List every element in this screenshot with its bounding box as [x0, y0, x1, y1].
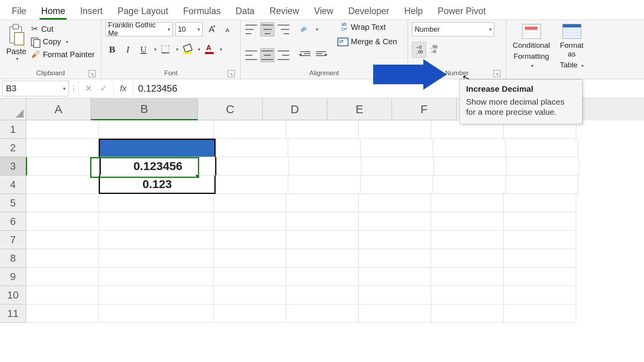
increase-font-size-button[interactable]: ▴ — [205, 23, 218, 36]
cell-F4[interactable] — [433, 176, 506, 194]
cell-E2[interactable] — [361, 139, 433, 157]
tab-data[interactable]: Data — [234, 4, 256, 20]
cell-C10[interactable] — [214, 286, 286, 304]
cell-E1[interactable] — [359, 120, 431, 139]
chevron-down-icon[interactable]: ▾ — [198, 47, 200, 52]
cell-A7[interactable] — [26, 231, 99, 249]
merge-center-button[interactable]: Merge & Cen — [337, 37, 397, 46]
cell-B11[interactable] — [99, 304, 214, 323]
cell-B4[interactable]: 0.123 — [99, 176, 216, 194]
cell-D1[interactable] — [286, 120, 359, 139]
cell-G2[interactable] — [506, 139, 578, 157]
format-as-table-button[interactable]: Format as Table ▾ — [555, 22, 589, 71]
cell-B5[interactable] — [99, 194, 214, 212]
cell-F3[interactable] — [434, 157, 506, 176]
cell-D4[interactable] — [288, 176, 361, 194]
font-name-combo[interactable]: Franklin Gothic Me ▾ — [105, 22, 173, 36]
cell-B2[interactable] — [99, 139, 216, 157]
cell-C6[interactable] — [214, 212, 286, 231]
tab-file[interactable]: File — [10, 4, 28, 20]
conditional-formatting-button[interactable]: Conditional Formatting ▾ — [510, 22, 552, 71]
cell-B9[interactable] — [99, 268, 214, 286]
row-header-2[interactable]: 2 — [0, 139, 26, 157]
borders-button[interactable] — [159, 43, 172, 56]
font-color-button[interactable] — [203, 43, 216, 56]
row-header-9[interactable]: 9 — [0, 268, 26, 286]
chevron-down-icon[interactable]: ▾ — [154, 47, 156, 52]
number-format-combo[interactable]: Number ▾ — [412, 22, 494, 36]
chevron-down-icon[interactable]: ▾ — [531, 63, 533, 69]
tab-page-layout[interactable]: Page Layout — [116, 4, 170, 20]
cell-F6[interactable] — [431, 212, 504, 231]
column-header-D[interactable]: D — [263, 98, 327, 120]
dialog-launcher-icon[interactable]: ↘ — [228, 70, 235, 77]
italic-button[interactable]: I — [121, 43, 134, 56]
column-header-B[interactable]: B — [91, 98, 198, 120]
cell-A10[interactable] — [26, 286, 99, 304]
tab-developer[interactable]: Developer — [346, 4, 391, 20]
cell-E9[interactable] — [359, 268, 431, 286]
chevron-down-icon[interactable]: ▾ — [168, 27, 170, 32]
align-middle-button[interactable] — [260, 22, 274, 36]
decrease-decimal-button[interactable]: .00 →0 — [427, 42, 440, 57]
row-header-11[interactable]: 11 — [0, 304, 26, 323]
cell-C1[interactable] — [214, 120, 286, 139]
cell-F8[interactable] — [431, 249, 504, 268]
cell-E8[interactable] — [359, 249, 431, 268]
cell-D6[interactable] — [286, 212, 359, 231]
column-header-C[interactable]: C — [198, 98, 263, 120]
decrease-font-size-button[interactable] — [221, 23, 234, 36]
fx-label[interactable]: fx — [114, 81, 133, 96]
cell-A5[interactable] — [26, 194, 99, 212]
cell-D10[interactable] — [286, 286, 359, 304]
align-right-button[interactable] — [277, 49, 290, 62]
dialog-launcher-icon[interactable]: ↘ — [493, 70, 501, 77]
align-bottom-button[interactable] — [277, 23, 290, 36]
cell-C8[interactable] — [214, 249, 286, 268]
cell-A11[interactable] — [26, 304, 99, 323]
cell-F9[interactable] — [431, 268, 504, 286]
cell-B6[interactable] — [99, 212, 214, 231]
cell-G5[interactable] — [504, 194, 576, 212]
cell-A4[interactable] — [26, 176, 99, 194]
chevron-down-icon[interactable]: ▾ — [581, 63, 584, 69]
bold-button[interactable]: B — [105, 43, 119, 56]
cell-E11[interactable] — [359, 304, 431, 323]
cell-D9[interactable] — [286, 268, 359, 286]
cell-A2[interactable] — [26, 139, 99, 157]
copy-button[interactable]: Copy ▾ — [31, 37, 94, 46]
cell-C3[interactable] — [216, 157, 289, 176]
tab-view[interactable]: View — [312, 4, 335, 20]
font-size-combo[interactable]: 10 ▾ — [175, 22, 203, 36]
cell-E4[interactable] — [361, 176, 433, 194]
cell-D11[interactable] — [286, 304, 359, 323]
cell-B10[interactable] — [99, 286, 214, 304]
wrap-text-button[interactable]: Wrap Text — [337, 22, 397, 32]
cell-F5[interactable] — [431, 194, 504, 212]
increase-indent-button[interactable] — [314, 49, 328, 62]
enter-icon[interactable]: ✓ — [100, 83, 107, 94]
cell-B7[interactable] — [99, 231, 214, 249]
cell-G8[interactable] — [504, 249, 576, 268]
row-header-7[interactable]: 7 — [0, 231, 26, 249]
column-header-A[interactable]: A — [26, 98, 91, 120]
tab-review[interactable]: Review — [268, 4, 301, 20]
cell-C2[interactable] — [216, 139, 288, 157]
row-header-3[interactable]: 3 — [0, 157, 27, 176]
paste-button[interactable]: Paste ▾ — [4, 22, 29, 63]
cell-E3[interactable] — [361, 157, 434, 176]
tab-home[interactable]: Home — [40, 4, 67, 20]
row-header-8[interactable]: 8 — [0, 249, 26, 268]
cell-D2[interactable] — [288, 139, 361, 157]
row-header-5[interactable]: 5 — [0, 194, 26, 212]
select-all-button[interactable] — [0, 98, 26, 120]
column-header-F[interactable]: F — [392, 98, 457, 120]
row-header-1[interactable]: 1 — [0, 120, 26, 139]
cell-C11[interactable] — [214, 304, 286, 323]
cell-C9[interactable] — [214, 268, 286, 286]
chevron-down-icon[interactable]: ▾ — [16, 56, 18, 62]
cell-A1[interactable] — [26, 120, 99, 139]
cell-A6[interactable] — [26, 212, 99, 231]
cut-button[interactable]: ✂ Cut — [31, 24, 94, 34]
decrease-indent-button[interactable] — [299, 49, 312, 62]
